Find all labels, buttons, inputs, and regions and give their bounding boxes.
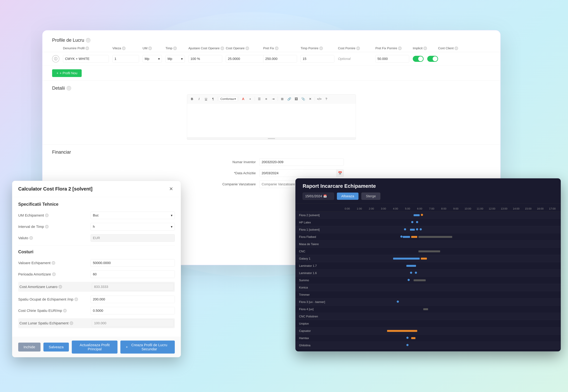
actualizeaza-button[interactable]: Actualizeaza Profit Principal [72, 341, 117, 353]
add-profil-icon: + [57, 71, 58, 75]
col-denumire-info[interactable]: ⓘ [86, 47, 89, 50]
editor-resize-handle[interactable] [187, 137, 356, 140]
col-pret-fix-info[interactable]: ⓘ [275, 47, 278, 50]
per-am-info[interactable]: ⓘ [52, 273, 56, 276]
color-plus-button[interactable]: + [247, 96, 253, 102]
date-calendar-icon[interactable]: 📅 [336, 169, 344, 177]
col-timp-porn-info[interactable]: ⓘ [320, 47, 323, 50]
profile-lucru-info-icon[interactable]: ⓘ [86, 38, 90, 42]
timp-pornire-input[interactable] [301, 55, 334, 63]
col-implicit-info[interactable]: ⓘ [423, 47, 427, 50]
row-info-icon[interactable]: ⓘ [52, 55, 59, 62]
modal-close-button[interactable]: ✕ [168, 185, 175, 193]
clear-format-button[interactable]: ✕ [307, 96, 313, 102]
col-timp-info[interactable]: ⓘ [173, 47, 177, 50]
cost-lunar-info[interactable]: ⓘ [70, 322, 73, 325]
time-14: 14:00 [510, 207, 522, 210]
col-cont-client-info[interactable]: ⓘ [455, 47, 458, 50]
um-echipament-label: UM Echipament ⓘ [18, 213, 91, 217]
sterge-button[interactable]: Sterge [361, 193, 380, 200]
time-6: 6:00 [414, 207, 426, 210]
numar-inventor-input[interactable] [259, 158, 344, 166]
equip-name: Masa de Taiere [295, 242, 341, 246]
interval-info[interactable]: ⓘ [45, 225, 48, 228]
dot [404, 228, 406, 230]
col-um-info[interactable]: ⓘ [148, 47, 152, 50]
chirie-info[interactable]: ⓘ [63, 309, 67, 312]
interval-timp-label: Interval de Timp ⓘ [18, 225, 91, 229]
time-9: 9:00 [450, 207, 462, 210]
equip-row-summo: Summo [295, 277, 561, 284]
col-ajustare-header: Ajustare Cost Operare ⓘ [189, 46, 222, 50]
equip-name: Hamtax [295, 336, 341, 340]
col-ajustare-info[interactable]: ⓘ [221, 47, 224, 50]
editor-body[interactable] [187, 103, 356, 137]
bar [403, 236, 410, 238]
add-profil-button[interactable]: + + Profil Nou [52, 69, 82, 77]
italic-button[interactable]: I [196, 96, 202, 102]
ajustare-input[interactable] [189, 55, 222, 63]
underline-button[interactable]: U [203, 96, 209, 102]
perioada-amortizare-input[interactable] [91, 270, 175, 278]
data-achizitie-input[interactable] [260, 169, 336, 177]
inchide-button[interactable]: Inchide [18, 343, 41, 351]
sep5 [315, 97, 315, 101]
pret-fix-input[interactable] [263, 55, 297, 63]
spatiu-ocupat-input[interactable] [91, 296, 175, 303]
implicit-toggle[interactable] [413, 56, 424, 62]
table-button[interactable]: ⊞ [279, 96, 285, 102]
um2-select[interactable]: Mp ▾ [165, 55, 185, 63]
um-echipament-row: UM Echipament ⓘ Buc ▾ [18, 212, 175, 219]
equip-name: CNC [295, 250, 341, 253]
pret-fix-pornire-input[interactable] [375, 55, 409, 63]
interval-timp-select[interactable]: h ▾ [91, 223, 175, 230]
col-cost-op-info[interactable]: ⓘ [246, 47, 249, 50]
bold-button[interactable]: B [189, 96, 195, 102]
equip-row-flora2: Flora 2 [solvent] [295, 212, 561, 219]
um-echipament-select[interactable]: Buc ▾ [91, 212, 175, 219]
um-eq-info[interactable]: ⓘ [45, 214, 48, 217]
salveaza-button[interactable]: Salveaza [44, 343, 69, 351]
image-button[interactable]: 🖼 [293, 96, 299, 102]
font-family-dropdown[interactable]: Comfortaa ▾ [219, 96, 237, 101]
code-button[interactable]: </> [316, 96, 322, 102]
equip-timeline [341, 262, 561, 269]
list-ul-button[interactable]: ☰ [256, 96, 262, 102]
bar [418, 236, 452, 238]
help-button[interactable]: ? [323, 96, 329, 102]
cost-chirie-input[interactable] [91, 307, 175, 314]
numar-inventor-label: Numar Inventor [199, 160, 259, 164]
detalii-info-icon[interactable]: ⓘ [67, 86, 71, 90]
raport-date-field[interactable]: 15/01/2024 📅 [303, 193, 334, 200]
numar-inventor-row: Numar Inventor [199, 158, 344, 166]
denumire-profil-input[interactable] [63, 55, 109, 63]
cost-am-info[interactable]: ⓘ [59, 285, 62, 289]
viteza-input[interactable] [112, 55, 139, 63]
valuto-info[interactable]: ⓘ [29, 236, 33, 240]
spatiu-ocupat-label: Spatiu Ocupat de Echipament /mp ⓘ [18, 297, 91, 301]
valuto-input [91, 234, 175, 242]
paragraph-button[interactable]: ¶ [210, 96, 216, 102]
cont-client-toggle[interactable] [427, 56, 438, 62]
time-4: 4:00 [390, 207, 402, 210]
col-cost-porn-info[interactable]: ⓘ [356, 47, 360, 50]
list-ol-button[interactable]: ≡ [263, 96, 269, 102]
creeaza-button[interactable]: + Creaza Profil de Lucru Secundar [120, 341, 175, 353]
col-pret-fix-porn-info[interactable]: ⓘ [398, 47, 402, 50]
equip-name: Summo [295, 279, 341, 282]
valoare-echipament-input[interactable] [91, 259, 175, 267]
link-button[interactable]: 🔗 [286, 96, 292, 102]
attach-button[interactable]: 📎 [300, 96, 306, 102]
bar [414, 214, 420, 216]
um1-select[interactable]: Mp ▾ [143, 55, 162, 63]
col-viteza-info[interactable]: ⓘ [122, 47, 125, 50]
indent-button[interactable]: ⇥ [270, 96, 276, 102]
val-eq-info[interactable]: ⓘ [52, 261, 55, 265]
spatiu-info[interactable]: ⓘ [74, 298, 78, 301]
raport-controls: 15/01/2024 📅 Afiseaza Sterge [303, 193, 553, 200]
afiseaza-button[interactable]: Afiseaza [337, 193, 359, 200]
font-color-button[interactable]: A [240, 96, 246, 102]
um2-chevron: ▾ [181, 57, 183, 61]
col-um-header: UM ⓘ [143, 46, 162, 50]
bar [393, 258, 420, 260]
